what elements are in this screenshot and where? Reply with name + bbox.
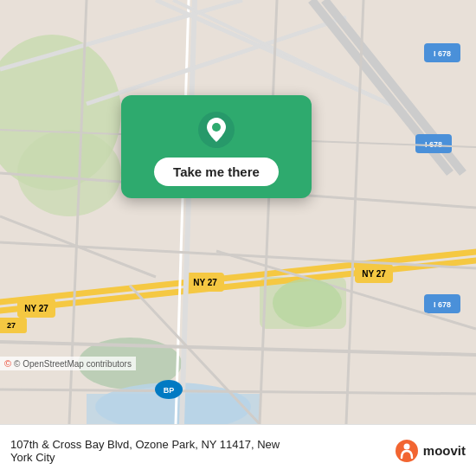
address-line1: 107th & Cross Bay Blvd, Ozone Park, NY 1… [10, 438, 395, 451]
svg-text:27: 27 [7, 321, 16, 330]
svg-text:BP: BP [164, 386, 175, 395]
moovit-brand-text: moovit [423, 443, 466, 458]
svg-text:I 678: I 678 [434, 49, 451, 58]
svg-point-46 [212, 123, 221, 132]
location-pin-icon [197, 111, 235, 149]
osm-attribution: © © OpenStreetMap contributors [0, 357, 136, 370]
svg-point-2 [17, 130, 121, 216]
moovit-brand-icon [395, 439, 419, 463]
svg-text:NY 27: NY 27 [24, 304, 48, 313]
svg-point-44 [273, 279, 342, 327]
address-line2: York City [10, 451, 395, 464]
osm-icon: © [4, 358, 11, 369]
osm-text: © OpenStreetMap contributors [14, 359, 132, 369]
svg-text:NY 27: NY 27 [193, 278, 217, 287]
address-block: 107th & Cross Bay Blvd, Ozone Park, NY 1… [10, 438, 395, 464]
bottom-bar: 107th & Cross Bay Blvd, Ozone Park, NY 1… [0, 424, 476, 476]
moovit-logo: moovit [395, 439, 466, 463]
map-container: NY 27 NY 27 NY 27 27 I 678 I 678 I 678 [0, 0, 476, 424]
svg-text:I 678: I 678 [434, 300, 451, 309]
svg-text:NY 27: NY 27 [362, 269, 386, 279]
card-overlay: Take me there [121, 95, 312, 198]
take-me-there-button[interactable]: Take me there [154, 158, 279, 186]
svg-point-48 [403, 443, 409, 449]
